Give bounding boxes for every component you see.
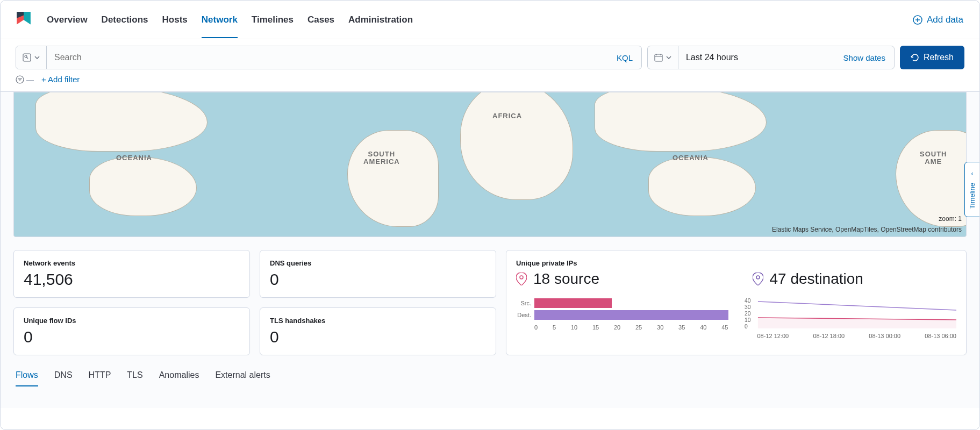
refresh-label: Refresh [924,53,954,62]
map-label-africa: AFRICA [492,112,522,120]
svg-text:20: 20 [745,311,751,317]
tab-overview[interactable]: Overview [47,2,88,38]
svg-text:40: 40 [745,298,751,304]
filter-options-button[interactable]: — [16,75,34,84]
chevron-down-icon [34,56,40,59]
search-box: KQL [16,46,642,69]
tab-cases[interactable]: Cases [307,2,334,38]
search-options-button[interactable] [16,46,47,69]
chevron-down-icon [666,56,671,59]
bar-label-dest: Dest. [516,312,534,318]
bar-dest [534,310,728,320]
nav-tabs: Overview Detections Hosts Network Timeli… [47,2,913,38]
stat-label: TLS handshakes [270,317,486,325]
timeline-flyout-button[interactable]: ‹ Timeline [964,162,980,217]
map-pin-icon [753,273,763,285]
plus-circle-icon [913,15,922,25]
filter-icon [16,75,24,84]
main-content: OCEANIA SOUTHAMERICA AFRICA OCEANIA SOUT… [1,92,979,408]
unique-ips-charts: Src. Dest. 051015202530354045 [516,298,956,339]
date-range-text[interactable]: Last 24 hours [678,53,835,62]
map-pin-icon [516,273,527,285]
tab-hosts[interactable]: Hosts [162,2,188,38]
top-nav: Overview Detections Hosts Network Timeli… [1,1,979,39]
tab-network[interactable]: Network [202,2,238,38]
svg-rect-3 [655,54,662,61]
map-attribution: Elastic Maps Service, OpenMapTiles, Open… [772,226,962,233]
map-panel[interactable]: OCEANIA SOUTHAMERICA AFRICA OCEANIA SOUT… [13,92,967,237]
map-label-south-america: SOUTHAMERICA [363,150,400,166]
add-filter-button[interactable]: + Add filter [41,75,80,84]
svg-text:10: 10 [745,317,751,323]
bar-src [534,298,612,308]
map-label-south-america-2: SOUTHAME [920,150,947,166]
line-destination [757,302,956,310]
card-network-events: Network events 41,506 [13,250,250,298]
unique-ips-head: 18 source 47 destination [516,270,956,288]
bar-x-axis: 051015202530354045 [534,322,728,331]
show-dates-button[interactable]: Show dates [835,53,894,62]
calendar-icon [654,53,663,62]
map-label-oceania-2: OCEANIA [673,154,709,162]
subtab-flows[interactable]: Flows [16,370,38,386]
card-dns-queries: DNS queries 0 [260,250,496,298]
stat-label: Network events [24,259,240,267]
stat-value: 0 [24,328,240,346]
card-unique-flow-ids: Unique flow IDs 0 [13,307,250,355]
card-unique-private-ips: Unique private IPs 18 source 47 destinat… [506,250,967,355]
bar-chart-src-dest: Src. Dest. 051015202530354045 [516,298,728,339]
date-range-picker: Last 24 hours Show dates [647,46,895,69]
stat-value: 41,506 [24,270,240,289]
add-data-button[interactable]: Add data [913,15,963,25]
stat-label: Unique flow IDs [24,317,240,325]
refresh-button[interactable]: Refresh [900,46,964,69]
stat-value: 0 [270,328,486,346]
svg-text:30: 30 [745,304,751,310]
subtab-dns[interactable]: DNS [54,370,73,386]
subtab-external-alerts[interactable]: External alerts [215,370,270,386]
tab-timelines[interactable]: Timelines [252,2,294,38]
bar-label-src: Src. [516,300,534,306]
svg-text:0: 0 [745,324,748,329]
line-chart-ips-over-time: 40 30 20 10 0 08-12 12:0008-12 18:0008- [745,298,957,339]
kql-button[interactable]: KQL [608,53,641,62]
stat-value: 0 [270,270,486,289]
card-tls-handshakes: TLS handshakes 0 [260,307,496,355]
subtab-http[interactable]: HTTP [89,370,111,386]
line-x-axis: 08-12 12:0008-12 18:0008-13 00:0008-13 0… [757,331,957,339]
subtab-tls[interactable]: TLS [127,370,142,386]
timeline-flyout-label: Timeline [968,183,976,209]
sub-tabs: Flows DNS HTTP TLS Anomalies External al… [13,370,967,386]
search-options-icon [23,53,31,62]
security-logo-icon [17,12,31,28]
map-labels: OCEANIA SOUTHAMERICA AFRICA OCEANIA SOUT… [14,92,966,236]
map-zoom-label: zoom: 1 [939,215,962,223]
tab-administration[interactable]: Administration [348,2,413,38]
refresh-icon [911,53,919,62]
search-input[interactable] [47,53,608,62]
add-data-label: Add data [927,15,963,25]
tab-detections[interactable]: Detections [102,2,148,38]
svg-point-2 [25,55,27,58]
filter-bar: — + Add filter [1,74,979,91]
subtab-anomalies[interactable]: Anomalies [159,370,199,386]
destination-count: 47 destination [770,270,863,288]
destination-ips-stat: 47 destination [753,270,957,288]
stats-row: Network events 41,506 Unique flow IDs 0 … [13,250,967,355]
date-options-button[interactable] [648,46,678,69]
chevron-left-icon: ‹ [971,170,974,177]
stat-label: DNS queries [270,259,486,267]
stat-label: Unique private IPs [516,259,956,267]
map-label-oceania: OCEANIA [116,154,152,162]
source-count: 18 source [533,270,599,288]
source-ips-stat: 18 source [516,270,720,288]
query-bar: KQL Last 24 hours Show dates Refresh [1,39,979,74]
